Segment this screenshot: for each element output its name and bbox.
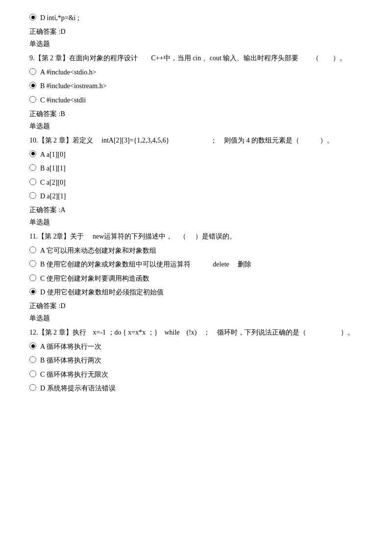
option-row-d-prev: D inti,*p=&i ; xyxy=(29,13,363,24)
type-label-9: 单选题 xyxy=(29,121,363,132)
option-12-a-text: A 循环体将执行一次 xyxy=(40,341,101,352)
radio-12-b[interactable] xyxy=(29,356,36,363)
correct-answer-9: 正确答案 :B xyxy=(29,109,363,120)
option-row-11-c: C 使用它创建对象时要调用构造函数 xyxy=(29,273,363,284)
option-12-d-text: D 系统将提示有语法错误 xyxy=(40,383,116,394)
answer-section-10: 正确答案 :A 单选题 xyxy=(29,205,363,228)
correct-answer-11: 正确答案 :D xyxy=(29,301,363,312)
radio-d-prev-inner xyxy=(31,16,35,19)
radio-11-d[interactable] xyxy=(29,288,36,295)
type-label-prev: 单选题 xyxy=(29,39,363,49)
option-row-9-b: B #include<iostream.h> xyxy=(29,81,363,92)
answer-section-9: 正确答案 :B 单选题 xyxy=(29,109,363,132)
option-row-9-c: C #include<stdli xyxy=(29,95,363,106)
type-label-11: 单选题 xyxy=(29,313,363,324)
question-9-section: 9.【第 2 章】在面向对象的程序设计 C++中，当用 cin 、cout 输入… xyxy=(29,52,363,106)
answer-section-11: 正确答案 :D 单选题 xyxy=(29,301,363,324)
radio-12-a-inner xyxy=(31,344,35,348)
radio-10-a-inner xyxy=(31,152,35,155)
option-10-d-text: D a[2][1] xyxy=(40,191,66,202)
radio-11-a[interactable] xyxy=(29,246,36,253)
option-12-b-text: B 循环体将执行两次 xyxy=(40,355,101,366)
question-11-section: 11.【第 2章】关于 new运算符的下列描述中， （ ）是错误的。 A 它可以… xyxy=(29,231,363,298)
radio-11-c[interactable] xyxy=(29,274,36,281)
option-row-9-a: A #include<stdio.h> xyxy=(29,67,363,78)
option-d-prev-text: D inti,*p=&i ; xyxy=(40,13,79,24)
option-11-a-text: A 它可以用来动态创建对象和对象数组 xyxy=(40,245,156,256)
correct-answer-10: 正确答案 :A xyxy=(29,205,363,216)
correct-answer-prev: 正确答案 :D xyxy=(29,26,363,37)
radio-10-b[interactable] xyxy=(29,164,36,171)
radio-11-d-inner xyxy=(31,290,35,293)
type-label-10: 单选题 xyxy=(29,217,363,228)
question-10-section: 10.【第 2 章】若定义 intA[2][3]={1,2,3,4,5,6} ；… xyxy=(29,135,363,202)
prev-option-d-section: D inti,*p=&i ; xyxy=(29,13,363,24)
radio-12-d[interactable] xyxy=(29,384,36,391)
question-9-text: 9.【第 2 章】在面向对象的程序设计 C++中，当用 cin 、cout 输入… xyxy=(29,52,363,64)
option-row-10-a: A a[1][0] xyxy=(29,149,363,160)
option-row-11-b: B 使用它创建的对象或对象数组中可以使用运算符 delete 删除 xyxy=(29,259,363,270)
answer-section-prev: 正确答案 :D 单选题 xyxy=(29,26,363,49)
option-row-12-d: D 系统将提示有语法错误 xyxy=(29,383,363,394)
option-row-10-b: B a[1][1] xyxy=(29,163,363,174)
radio-11-b[interactable] xyxy=(29,260,36,267)
option-row-10-d: D a[2][1] xyxy=(29,191,363,202)
question-10-text: 10.【第 2 章】若定义 intA[2][3]={1,2,3,4,5,6} ；… xyxy=(29,135,363,146)
option-10-c-text: C a[2][0] xyxy=(40,177,66,188)
radio-9-a[interactable] xyxy=(29,68,36,75)
question-12-section: 12.【第 2 章】执行 x=-1 ；do { x=x*x ；} while (… xyxy=(29,327,363,394)
radio-12-c[interactable] xyxy=(29,370,36,377)
option-11-d-text: D 使用它创建对象数组时必须指定初始值 xyxy=(40,287,164,298)
option-row-12-c: C 循环体将执行无限次 xyxy=(29,369,363,380)
radio-10-c[interactable] xyxy=(29,178,36,185)
option-10-a-text: A a[1][0] xyxy=(40,149,66,160)
option-row-10-c: C a[2][0] xyxy=(29,177,363,188)
radio-9-b-inner xyxy=(31,84,35,87)
option-10-b-text: B a[1][1] xyxy=(40,163,66,174)
option-row-11-d: D 使用它创建对象数组时必须指定初始值 xyxy=(29,287,363,298)
option-row-12-b: B 循环体将执行两次 xyxy=(29,355,363,366)
question-11-text: 11.【第 2章】关于 new运算符的下列描述中， （ ）是错误的。 xyxy=(29,231,363,242)
option-9-a-text: A #include<stdio.h> xyxy=(40,67,97,78)
option-row-12-a: A 循环体将执行一次 xyxy=(29,341,363,352)
radio-12-a[interactable] xyxy=(29,342,36,349)
option-9-b-text: B #include<iostream.h> xyxy=(40,81,107,92)
question-12-text: 12.【第 2 章】执行 x=-1 ；do { x=x*x ；} while (… xyxy=(29,327,363,338)
option-row-11-a: A 它可以用来动态创建对象和对象数组 xyxy=(29,245,363,256)
option-9-c-text: C #include<stdli xyxy=(40,95,86,106)
radio-9-b[interactable] xyxy=(29,82,36,89)
radio-9-c[interactable] xyxy=(29,96,36,103)
option-11-c-text: C 使用它创建对象时要调用构造函数 xyxy=(40,273,149,284)
option-12-c-text: C 循环体将执行无限次 xyxy=(40,369,108,380)
radio-10-d[interactable] xyxy=(29,192,36,199)
radio-10-a[interactable] xyxy=(29,150,36,157)
radio-d-prev[interactable] xyxy=(29,14,36,21)
option-11-b-text: B 使用它创建的对象或对象数组中可以使用运算符 delete 删除 xyxy=(40,259,251,270)
